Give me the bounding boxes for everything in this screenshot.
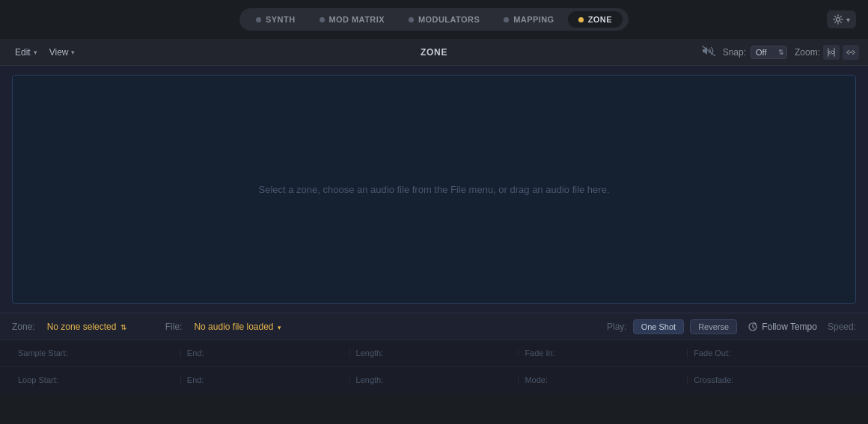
modulators-label: MODULATORS	[418, 15, 480, 24]
zone-value[interactable]: No zone selected ⇅	[47, 322, 126, 332]
sample-end-label: End:	[187, 348, 204, 357]
file-value-text: No audio file loaded	[194, 322, 273, 332]
crossfade-label: Crossfade:	[694, 375, 733, 384]
view-chevron: ▾	[71, 49, 75, 56]
settings-button[interactable]: ▾	[827, 10, 856, 28]
file-value[interactable]: No audio file loaded ▾	[194, 322, 281, 332]
zone-value-chevron: ⇅	[120, 323, 126, 331]
zone-dot	[578, 17, 584, 22]
waveform-container[interactable]: Select a zone, choose an audio file from…	[12, 75, 856, 304]
one-shot-button[interactable]: One Shot	[633, 319, 684, 334]
snap-label: Snap:	[723, 47, 746, 58]
nav-item-zone[interactable]: ZONE	[568, 11, 623, 28]
reverse-button[interactable]: Reverse	[690, 319, 737, 334]
zone-value-text: No zone selected	[47, 322, 117, 332]
file-value-chevron: ▾	[278, 324, 281, 331]
sample-start-param: Sample Start:	[12, 348, 181, 357]
zone-nav-label: ZONE	[588, 15, 612, 24]
svg-point-0	[837, 18, 840, 22]
mapping-label: MAPPING	[513, 15, 554, 24]
loop-start-param: Loop Start:	[12, 375, 181, 384]
crossfade-param: Crossfade:	[688, 375, 856, 384]
zone-bar: Zone: No zone selected ⇅ File: No audio …	[0, 313, 868, 339]
follow-tempo-button[interactable]: Follow Tempo	[743, 319, 822, 334]
waveform-placeholder: Select a zone, choose an audio file from…	[258, 184, 609, 195]
follow-tempo-label: Follow Tempo	[762, 322, 817, 332]
snap-control: Snap: Off Bar Beat ⇅	[723, 46, 787, 59]
loop-end-param: End:	[181, 375, 350, 384]
fade-out-param: Fade Out:	[688, 348, 856, 357]
zoom-control: Zoom:	[795, 45, 859, 60]
edit-chevron: ▾	[34, 49, 37, 56]
snap-select[interactable]: Off Bar Beat	[751, 46, 787, 59]
gear-icon	[833, 14, 843, 25]
settings-chevron: ▾	[846, 16, 850, 24]
view-menu-button[interactable]: View ▾	[43, 45, 82, 60]
top-nav: SYNTH MOD MATRIX MODULATORS MAPPING ZONE…	[0, 0, 868, 39]
zoom-fit-button[interactable]	[823, 45, 840, 60]
params-row-2: Loop Start: End: Length: Mode: Crossfade…	[0, 367, 868, 394]
zoom-fill-icon	[846, 48, 855, 57]
edit-label: Edit	[15, 47, 31, 58]
loop-mode-label: Mode:	[525, 375, 548, 384]
mute-button[interactable]	[702, 46, 715, 58]
sample-length-label: Length:	[356, 348, 384, 357]
main-area: Select a zone, choose an audio file from…	[0, 66, 868, 313]
loop-start-label: Loop Start:	[18, 375, 58, 384]
mod-matrix-dot	[320, 17, 325, 22]
loop-length-label: Length:	[356, 375, 384, 384]
toolbar-title: ZONE	[421, 47, 447, 58]
zoom-fit-icon	[827, 48, 836, 57]
mod-matrix-label: MOD MATRIX	[329, 15, 385, 24]
loop-end-label: End:	[187, 375, 204, 384]
loop-mode-param: Mode:	[519, 375, 688, 384]
toolbar-right: Snap: Off Bar Beat ⇅ Zoom:	[702, 45, 859, 60]
edit-menu-button[interactable]: Edit ▾	[9, 45, 43, 60]
follow-tempo-icon	[748, 322, 758, 332]
fade-out-label: Fade Out:	[694, 348, 730, 357]
zone-bar-right: Play: One Shot Reverse Follow Tempo Spee…	[607, 319, 856, 334]
mapping-dot	[504, 17, 509, 22]
view-label: View	[49, 47, 69, 58]
file-field-label: File:	[165, 322, 183, 332]
toolbar-inner: Edit ▾ View ▾ ZONE Snap: Off	[9, 45, 859, 60]
sample-end-param: End:	[181, 348, 350, 357]
zoom-label: Zoom:	[795, 47, 820, 58]
sample-start-label: Sample Start:	[18, 348, 68, 357]
nav-pill: SYNTH MOD MATRIX MODULATORS MAPPING ZONE	[239, 8, 629, 31]
snap-select-wrapper: Off Bar Beat ⇅	[751, 46, 787, 59]
params-bar: Sample Start: End: Length: Fade In: Fade…	[0, 339, 868, 393]
zone-field-label: Zone:	[12, 322, 35, 332]
fade-in-label: Fade In:	[525, 348, 554, 357]
nav-item-mod-matrix[interactable]: MOD MATRIX	[309, 11, 395, 28]
zoom-fill-button[interactable]	[843, 45, 859, 60]
loop-length-param: Length:	[350, 375, 519, 384]
play-label: Play:	[607, 322, 627, 332]
speed-label: Speed:	[828, 322, 856, 332]
toolbar: Edit ▾ View ▾ ZONE Snap: Off	[0, 39, 868, 66]
modulators-dot	[409, 17, 414, 22]
nav-item-synth[interactable]: SYNTH	[245, 11, 305, 28]
fade-in-param: Fade In:	[519, 348, 688, 357]
sample-length-param: Length:	[350, 348, 519, 357]
speaker-icon	[702, 46, 715, 56]
nav-item-mapping[interactable]: MAPPING	[493, 11, 564, 28]
synth-dot	[256, 17, 261, 22]
nav-item-modulators[interactable]: MODULATORS	[398, 11, 490, 28]
params-row-1: Sample Start: End: Length: Fade In: Fade…	[0, 340, 868, 367]
synth-label: SYNTH	[266, 15, 295, 24]
